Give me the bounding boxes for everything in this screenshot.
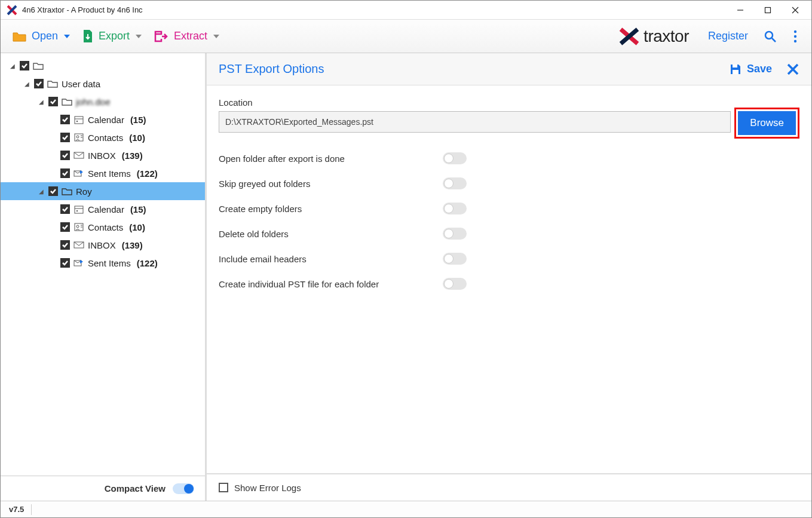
tree-node-inbox[interactable]: INBOX (139) <box>1 146 205 164</box>
extract-button[interactable]: Extract <box>148 26 225 47</box>
svg-point-11 <box>76 121 78 122</box>
folder-icon <box>62 97 72 106</box>
save-button[interactable]: Save <box>729 63 772 76</box>
toggle-open-folder[interactable] <box>443 152 467 164</box>
close-panel-button[interactable] <box>786 63 799 76</box>
main-toolbar: Open Export Extract traxtor Register <box>1 20 811 53</box>
compact-view-label: Compact View <box>105 483 166 494</box>
svg-line-5 <box>772 38 776 42</box>
location-input[interactable] <box>219 111 731 133</box>
expand-arrow-icon[interactable]: ◢ <box>23 81 30 87</box>
checkbox[interactable] <box>48 186 58 196</box>
tree-label-blurred: john.doe <box>76 97 111 107</box>
tree-node-sent[interactable]: Sent Items (122) <box>1 164 205 182</box>
checkbox[interactable] <box>60 115 70 124</box>
mail-icon <box>73 240 84 250</box>
checkbox[interactable] <box>60 222 70 232</box>
tree-node-account[interactable]: ◢ john.doe <box>1 93 205 111</box>
brand-logo: traxtor <box>618 27 689 46</box>
toggle-skip-greyed[interactable] <box>443 177 467 189</box>
checkbox[interactable] <box>60 151 70 160</box>
checkbox[interactable] <box>34 79 44 88</box>
tree-count: (122) <box>137 258 158 268</box>
tree-root[interactable]: ◢ <box>1 57 205 75</box>
tree-count: (10) <box>129 133 145 143</box>
svg-rect-1 <box>765 7 771 13</box>
tree-label: Contacts <box>88 222 123 232</box>
svg-point-7 <box>794 35 796 37</box>
toggle-create-empty[interactable] <box>443 203 467 214</box>
search-icon[interactable] <box>755 26 785 47</box>
toggle-delete-old[interactable] <box>443 228 467 240</box>
svg-point-22 <box>76 225 79 228</box>
export-options-panel: Location Browse Open folder after export… <box>207 85 811 308</box>
checkbox[interactable] <box>60 240 70 250</box>
export-button[interactable]: Export <box>76 26 148 47</box>
tree-node-roy[interactable]: ◢ Roy <box>1 182 205 200</box>
checkbox[interactable] <box>60 258 70 268</box>
tree-label: Contacts <box>88 133 123 143</box>
panel-title: PST Export Options <box>219 62 324 76</box>
option-individual-pst: Create individual PST file for each fold… <box>219 271 799 296</box>
option-label: Delete old folders <box>219 229 443 239</box>
sent-icon <box>73 258 84 268</box>
tree-node-contacts[interactable]: Contacts (10) <box>1 128 205 146</box>
tree-count: (122) <box>137 168 158 179</box>
register-link[interactable]: Register <box>701 26 755 46</box>
tree-node-calendar[interactable]: Calendar (15) <box>1 111 205 128</box>
version-label: v7.5 <box>9 505 24 514</box>
checkbox[interactable] <box>60 133 70 142</box>
close-icon <box>786 63 799 76</box>
title-bar: 4n6 Xtraxtor - A Product by 4n6 Inc <box>1 1 811 20</box>
option-create-empty: Create empty folders <box>219 196 799 221</box>
tree-node-userdata[interactable]: ◢ User data <box>1 75 205 93</box>
tree-label: INBOX <box>88 240 116 250</box>
checkbox[interactable] <box>60 204 70 214</box>
tree-node-sent-2[interactable]: Sent Items (122) <box>1 254 205 272</box>
tree-label: User data <box>62 79 100 89</box>
more-vert-icon[interactable] <box>785 26 805 47</box>
mail-icon <box>73 151 84 160</box>
contacts-icon <box>73 222 84 232</box>
file-export-icon <box>82 29 94 44</box>
folder-tree: ◢ ◢ User data ◢ john.doe Calendar ( <box>1 53 205 476</box>
option-delete-old: Delete old folders <box>219 221 799 246</box>
expand-arrow-icon[interactable]: ◢ <box>38 99 45 105</box>
compact-view-toggle[interactable] <box>173 483 194 494</box>
status-divider <box>31 504 32 515</box>
svg-rect-28 <box>733 70 739 74</box>
svg-point-8 <box>794 39 796 42</box>
window-title: 4n6 Xtraxtor - A Product by 4n6 Inc <box>22 5 143 14</box>
tree-count: (15) <box>130 204 146 214</box>
tree-label: Sent Items <box>88 258 131 268</box>
minimize-button[interactable] <box>727 1 754 19</box>
expand-arrow-icon[interactable]: ◢ <box>38 188 45 195</box>
folder-icon <box>33 61 44 71</box>
show-error-logs-checkbox[interactable] <box>219 483 228 492</box>
svg-rect-18 <box>75 206 83 213</box>
checkbox[interactable] <box>60 168 70 178</box>
tree-node-contacts-2[interactable]: Contacts (10) <box>1 218 205 236</box>
tree-node-calendar-2[interactable]: Calendar (15) <box>1 200 205 218</box>
svg-point-6 <box>794 30 796 32</box>
browse-button[interactable]: Browse <box>738 111 796 135</box>
checkbox[interactable] <box>20 61 29 71</box>
toggle-individual-pst[interactable] <box>443 278 467 290</box>
maximize-button[interactable] <box>754 1 782 19</box>
tree-node-inbox-2[interactable]: INBOX (139) <box>1 236 205 254</box>
option-label: Open folder after export is done <box>219 154 443 164</box>
calendar-icon <box>73 115 84 124</box>
extract-icon <box>154 30 169 43</box>
svg-point-13 <box>76 136 79 138</box>
checkbox[interactable] <box>48 97 58 106</box>
expand-arrow-icon[interactable]: ◢ <box>9 63 16 69</box>
caret-down-icon <box>213 35 219 38</box>
folder-icon <box>62 186 72 196</box>
toggle-include-headers[interactable] <box>443 253 467 265</box>
content-footer: Show Error Logs <box>207 473 811 501</box>
close-window-button[interactable] <box>782 1 809 19</box>
tree-count: (139) <box>122 151 143 161</box>
svg-rect-27 <box>733 65 737 68</box>
option-label: Create individual PST file for each fold… <box>219 279 443 289</box>
open-button[interactable]: Open <box>7 26 76 46</box>
